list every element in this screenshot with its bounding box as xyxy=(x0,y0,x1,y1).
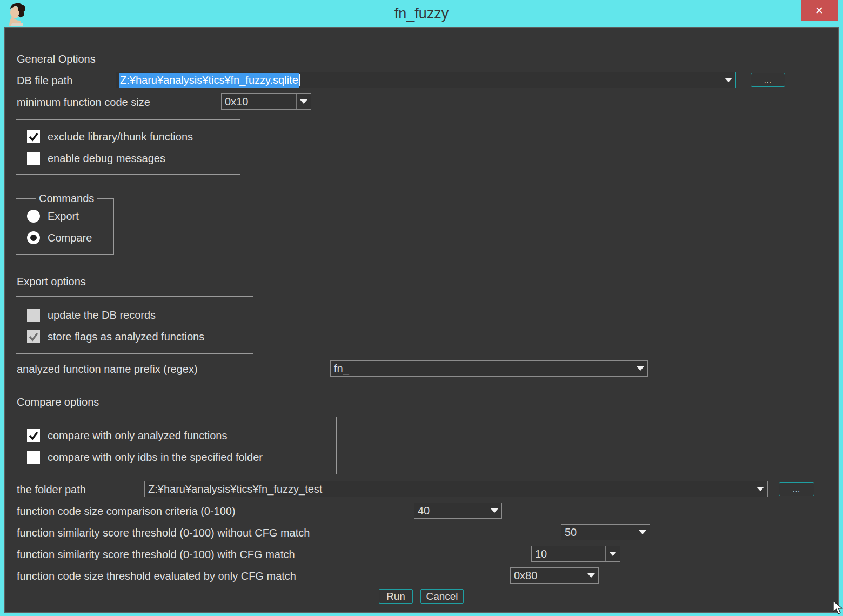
title-bar: fn_fuzzy ✕ xyxy=(0,0,843,27)
chevron-down-icon xyxy=(609,552,617,556)
prefix-combo[interactable]: fn_ xyxy=(330,360,648,377)
commands-group: Commands Export Compare xyxy=(16,198,114,255)
folder-path-combo[interactable]: Z:¥haru¥analysis¥tics¥fn_fuzzy_test xyxy=(144,481,768,497)
db-file-path-combo[interactable]: Z:¥haru¥analysis¥tics¥fn_fuzzy.sqlite xyxy=(116,72,736,88)
prefix-label: analyzed function name prefix (regex) xyxy=(17,363,198,376)
size-threshold-cfg-label: function code size threshold evaluated b… xyxy=(17,570,296,582)
store-flags-check-row[interactable]: store flags as analyzed functions xyxy=(27,330,204,344)
db-file-path-value[interactable]: Z:¥haru¥analysis¥tics¥fn_fuzzy.sqlite xyxy=(116,72,721,88)
exclude-library-checkbox[interactable] xyxy=(27,130,40,143)
update-db-label: update the DB records xyxy=(48,309,156,322)
close-button[interactable]: ✕ xyxy=(801,0,838,21)
size-threshold-cfg-combo[interactable]: 0x80 xyxy=(510,567,599,584)
chevron-down-icon xyxy=(757,487,764,491)
compare-options-heading: Compare options xyxy=(17,396,99,409)
size-criteria-value[interactable]: 40 xyxy=(414,503,487,518)
chevron-down-icon xyxy=(587,573,595,578)
export-radio[interactable] xyxy=(27,210,40,223)
size-threshold-cfg-value[interactable]: 0x80 xyxy=(511,568,584,583)
sim-with-cfg-label: function similarity score threshold (0-1… xyxy=(17,548,295,561)
db-file-path-label: DB file path xyxy=(17,74,72,87)
compare-radio-row[interactable]: Compare xyxy=(27,231,92,245)
chevron-down-icon xyxy=(725,78,732,82)
compare-radio-label: Compare xyxy=(48,232,92,244)
chevron-down-icon xyxy=(300,99,307,104)
sim-with-cfg-combo[interactable]: 10 xyxy=(531,546,620,562)
cancel-button[interactable]: Cancel xyxy=(420,589,464,604)
folder-path-browse-button[interactable]: ... xyxy=(779,482,814,496)
compare-idbs-checkbox[interactable] xyxy=(27,451,40,464)
compare-radio[interactable] xyxy=(27,231,40,244)
run-button[interactable]: Run xyxy=(379,589,413,604)
general-options-heading: General Options xyxy=(17,52,96,65)
enable-debug-checkbox[interactable] xyxy=(27,152,40,165)
export-radio-row[interactable]: Export xyxy=(27,209,79,223)
store-flags-checkbox[interactable] xyxy=(27,330,40,343)
enable-debug-check-row[interactable]: enable debug messages xyxy=(27,151,165,165)
sim-without-cfg-value[interactable]: 50 xyxy=(561,525,635,540)
folder-path-label: the folder path xyxy=(17,483,86,496)
compare-analyzed-label: compare with only analyzed functions xyxy=(48,430,227,442)
compare-analyzed-check-row[interactable]: compare with only analyzed functions xyxy=(27,428,227,443)
min-code-size-dropdown[interactable] xyxy=(296,94,311,109)
text-caret xyxy=(299,74,300,86)
sim-without-cfg-combo[interactable]: 50 xyxy=(561,524,650,540)
general-checks-group: exclude library/thunk functions enable d… xyxy=(16,119,240,175)
prefix-dropdown[interactable] xyxy=(633,361,647,376)
export-checks-group: update the DB records store flags as ana… xyxy=(16,296,253,354)
update-db-checkbox[interactable] xyxy=(27,309,40,322)
folder-path-dropdown[interactable] xyxy=(753,481,767,497)
db-file-path-browse-button[interactable]: ... xyxy=(751,73,785,87)
exclude-library-label: exclude library/thunk functions xyxy=(48,131,193,143)
min-code-size-combo[interactable]: 0x10 xyxy=(221,93,311,110)
sim-without-cfg-label: function similarity score threshold (0-1… xyxy=(17,526,310,539)
size-criteria-combo[interactable]: 40 xyxy=(414,503,502,519)
min-code-size-value[interactable]: 0x10 xyxy=(222,94,296,109)
enable-debug-label: enable debug messages xyxy=(48,152,165,165)
update-db-check-row[interactable]: update the DB records xyxy=(27,308,156,322)
chevron-down-icon xyxy=(491,508,498,513)
export-radio-label: Export xyxy=(48,210,79,223)
sim-without-cfg-dropdown[interactable] xyxy=(635,525,650,540)
size-criteria-label: function code size comparison criteria (… xyxy=(17,505,236,518)
window-title: fn_fuzzy xyxy=(0,5,843,22)
folder-path-value[interactable]: Z:¥haru¥analysis¥tics¥fn_fuzzy_test xyxy=(145,481,753,497)
size-threshold-cfg-dropdown[interactable] xyxy=(584,568,598,583)
exclude-library-check-row[interactable]: exclude library/thunk functions xyxy=(27,130,193,144)
chevron-down-icon xyxy=(637,366,644,371)
sim-with-cfg-dropdown[interactable] xyxy=(605,546,620,561)
compare-idbs-check-row[interactable]: compare with only idbs in the specified … xyxy=(27,450,263,464)
export-options-heading: Export options xyxy=(17,275,86,288)
fn-fuzzy-dialog: General Options DB file path Z:¥haru¥ana… xyxy=(4,27,839,613)
store-flags-label: store flags as analyzed functions xyxy=(48,331,204,343)
min-code-size-label: minimum function code size xyxy=(17,96,150,109)
chevron-down-icon xyxy=(639,530,646,534)
sim-with-cfg-value[interactable]: 10 xyxy=(532,546,605,561)
mouse-cursor xyxy=(832,601,843,616)
db-file-path-dropdown[interactable] xyxy=(721,72,735,88)
compare-idbs-label: compare with only idbs in the specified … xyxy=(48,451,263,464)
compare-checks-group: compare with only analyzed functions com… xyxy=(16,417,337,474)
prefix-value[interactable]: fn_ xyxy=(331,361,633,376)
compare-analyzed-checkbox[interactable] xyxy=(27,429,40,442)
size-criteria-dropdown[interactable] xyxy=(487,503,501,518)
commands-legend: Commands xyxy=(36,192,97,205)
